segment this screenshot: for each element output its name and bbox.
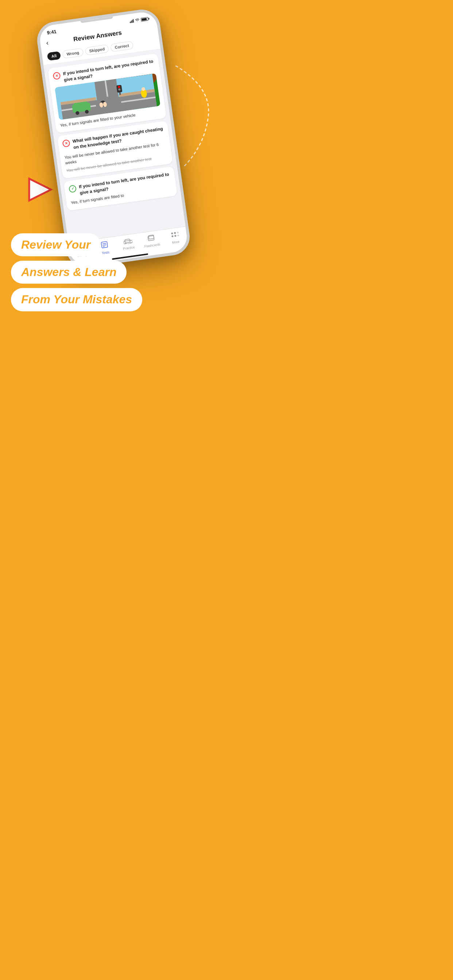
red-arrow-decoration [26, 175, 55, 204]
tagline-text-1: Review Your [21, 238, 91, 251]
tagline-text-2: Answers & Learn [21, 266, 116, 278]
battery-icon [140, 17, 148, 22]
mute-button [40, 67, 43, 78]
dashed-curve-decoration [172, 65, 215, 168]
wrong-icon-2 [62, 139, 70, 148]
filter-tab-correct[interactable]: Correct [110, 41, 134, 52]
correct-icon-3 [68, 185, 77, 193]
filter-tab-wrong[interactable]: Wrong [62, 48, 83, 59]
filter-tab-skipped[interactable]: Skipped [85, 45, 109, 56]
tagline-pill-3: From Your Mistakes [11, 288, 142, 311]
wrong-icon-1 [53, 72, 61, 80]
status-time: 9:41 [46, 29, 57, 35]
tagline-text-3: From Your Mistakes [21, 293, 132, 306]
tagline-area: Review Your Answers & Learn From Your Mi… [0, 233, 226, 326]
phone-screen: 9:41 [38, 11, 188, 267]
tagline-pill-1: Review Your [11, 233, 100, 256]
signal-icon [129, 19, 134, 23]
phone-frame: 9:41 [35, 7, 192, 270]
svg-marker-0 [29, 179, 51, 200]
back-button[interactable]: ‹ [46, 39, 49, 47]
filter-tab-all[interactable]: All [47, 51, 61, 61]
wifi-icon [135, 18, 140, 22]
tagline-pill-2: Answers & Learn [11, 261, 126, 284]
page-wrapper: 9:41 [0, 0, 226, 490]
phone-device: 9:41 [35, 7, 192, 270]
phone-scene: 9:41 [0, 0, 226, 226]
questions-list: If you intend to turn left, are you requ… [43, 49, 185, 243]
volume-up-button [42, 83, 46, 100]
question-card-1: If you intend to turn left, are you requ… [48, 53, 166, 134]
volume-down-button [45, 103, 49, 119]
status-icons [129, 16, 148, 23]
